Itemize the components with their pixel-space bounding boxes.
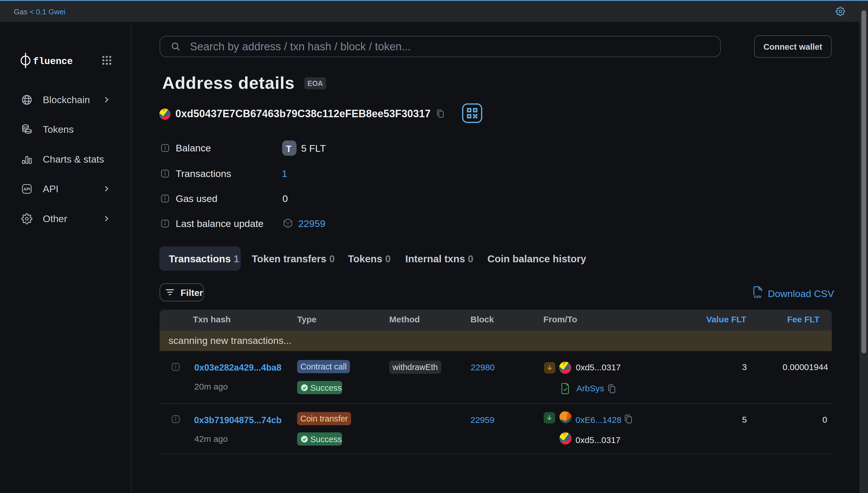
svg-text:csv: csv xyxy=(754,294,761,299)
svg-text:API: API xyxy=(24,187,30,191)
